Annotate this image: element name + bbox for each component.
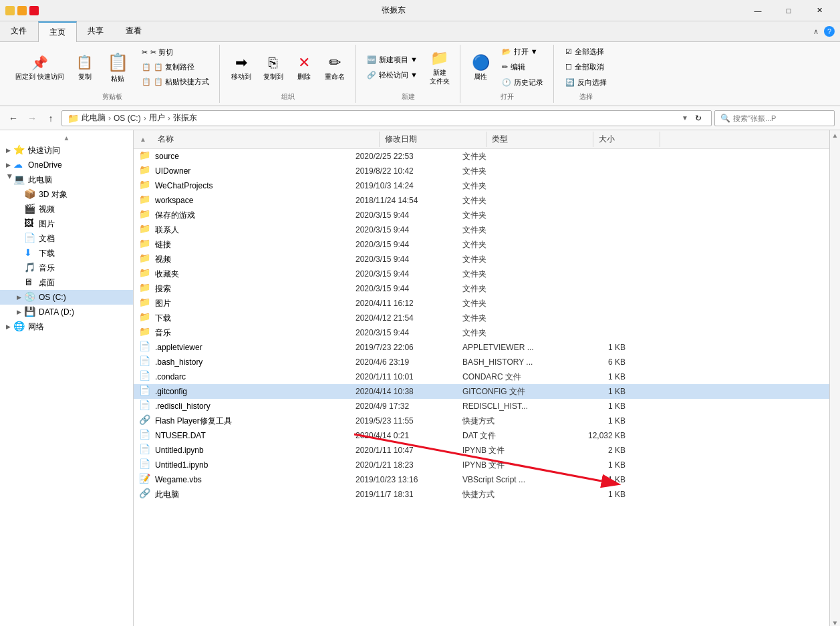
table-row[interactable]: 🔗此电脑2019/11/7 18:31快捷方式1 KB xyxy=(134,487,829,502)
sidebar-item-desktop[interactable]: 🖥 桌面 xyxy=(0,275,133,290)
maximize-button[interactable]: □ xyxy=(773,0,804,21)
copy-path-button[interactable]: 📋 📋 复制路径 xyxy=(137,60,214,74)
path-segment-1[interactable]: OS (C:) xyxy=(114,114,141,123)
sidebar-item-pictures[interactable]: 🖼 图片 xyxy=(0,216,133,231)
copy-to-button[interactable]: ⎘ 复制到 xyxy=(259,50,288,85)
move-to-button[interactable]: ➡ 移动到 xyxy=(227,50,256,85)
table-row[interactable]: 📝Wegame.vbs2019/10/23 13:16VBScript Scri… xyxy=(134,472,829,487)
rename-button[interactable]: ✏ 重命名 xyxy=(320,50,349,85)
table-row[interactable]: 📁视频2020/3/15 9:44文件夹 xyxy=(134,252,829,267)
search-input[interactable] xyxy=(733,114,829,122)
clear-all-button[interactable]: ☐ 全部取消 xyxy=(561,60,611,74)
address-path[interactable]: 📁 此电脑 › OS (C:) › 用户 › 张振东 ▼ ↻ xyxy=(61,110,712,126)
sidebar-item-thispc[interactable]: ▶ 💻 此电脑 xyxy=(0,172,133,187)
table-row[interactable]: 📁保存的游戏2020/3/15 9:44文件夹 xyxy=(134,208,829,222)
sidebar-item-downloads[interactable]: ⬇ 下载 xyxy=(0,246,133,261)
col-header-date[interactable]: 修改日期 xyxy=(380,132,486,147)
up-button[interactable]: ↑ xyxy=(43,110,59,126)
close-button[interactable]: ✕ xyxy=(804,0,835,21)
back-button[interactable]: ← xyxy=(5,110,21,126)
tab-share[interactable]: 共享 xyxy=(77,21,115,41)
table-row[interactable]: 📄.bash_history2020/4/6 23:19BASH_HISTORY… xyxy=(134,355,829,369)
ribbon-collapse-btn[interactable]: ∧ xyxy=(813,27,819,36)
easy-access-button[interactable]: 🔗 轻松访问 ▼ xyxy=(362,68,422,82)
table-row[interactable]: 📁图片2020/4/11 16:12文件夹 xyxy=(134,296,829,311)
col-header-name[interactable]: 名称 xyxy=(152,132,380,147)
documents-icon: 📄 xyxy=(24,232,36,245)
table-row[interactable]: 📁链接2020/3/15 9:44文件夹 xyxy=(134,237,829,252)
file-date: 2020/4/11 16:12 xyxy=(356,299,462,308)
sidebar-item-videos[interactable]: 🎬 视频 xyxy=(0,202,133,216)
table-row[interactable]: 📁联系人2020/3/15 9:44文件夹 xyxy=(134,222,829,237)
table-row[interactable]: 📄Untitled1.ipynb2020/1/21 18:23IPYNB 文件1… xyxy=(134,458,829,472)
table-row[interactable]: 📄.gitconfig2020/4/14 10:38GITCONFIG 文件1 … xyxy=(134,384,829,399)
path-segment-0[interactable]: 此电脑 xyxy=(82,112,106,124)
table-row[interactable]: 📄NTUSER.DAT2020/4/14 0:21DAT 文件12,032 KB xyxy=(134,428,829,443)
table-row[interactable]: 📄.rediscli_history2020/4/9 17:32REDISCLI… xyxy=(134,399,829,414)
select-all-button[interactable]: ☑ 全部选择 xyxy=(561,45,611,59)
table-row[interactable]: 📁收藏夹2020/3/15 9:44文件夹 xyxy=(134,267,829,281)
refresh-button[interactable]: ↻ xyxy=(691,111,706,126)
col-header-type[interactable]: 类型 xyxy=(486,132,593,147)
move-icon: ➡ xyxy=(235,53,247,73)
paste-shortcut-button[interactable]: 📋 📋 粘贴快捷方式 xyxy=(137,75,214,89)
ribbon-tabs: 文件 主页 共享 查看 ∧ ? xyxy=(0,21,840,42)
new-item-button[interactable]: 🆕 新建项目 ▼ xyxy=(362,53,422,67)
table-row[interactable]: 📁搜索2020/3/15 9:44文件夹 xyxy=(134,281,829,296)
file-name: Flash Player修复工具 xyxy=(155,416,356,427)
sidebar-item-documents[interactable]: 📄 文档 xyxy=(0,231,133,246)
table-row[interactable]: 🔗Flash Player修复工具2019/5/23 11:55快捷方式1 KB xyxy=(134,414,829,428)
path-segment-2[interactable]: 用户 xyxy=(149,112,165,124)
open-btn[interactable]: 📂 打开 ▼ xyxy=(497,45,548,59)
tab-home[interactable]: 主页 xyxy=(38,21,77,42)
table-row[interactable]: 📁下载2020/4/12 21:54文件夹 xyxy=(134,311,829,325)
table-row[interactable]: 📄Untitled.ipynb2020/1/11 10:47IPYNB 文件2 … xyxy=(134,443,829,458)
sidebar-item-osdrive[interactable]: ▶ 💿 OS (C:) xyxy=(0,290,133,305)
sidebar-item-onedrive[interactable]: ▶ ☁ OneDrive xyxy=(0,158,133,172)
table-row[interactable]: 📁UIDowner2019/8/22 10:42文件夹 xyxy=(134,164,829,178)
cut-button[interactable]: ✂ ✂ 剪切 xyxy=(137,45,214,59)
address-bar: ← → ↑ 📁 此电脑 › OS (C:) › 用户 › 张振东 ▼ ↻ 🔍 xyxy=(0,106,840,130)
file-name: WeChatProjects xyxy=(155,181,356,190)
file-date: 2019/11/7 18:31 xyxy=(356,490,462,499)
sidebar-item-music[interactable]: 🎵 音乐 xyxy=(0,261,133,275)
sidebar-item-3dobjects[interactable]: 📦 3D 对象 xyxy=(0,187,133,202)
scroll-up-indicator: ▲ xyxy=(0,133,133,143)
edit-button[interactable]: ✏ 编辑 xyxy=(497,60,548,74)
table-row[interactable]: 📁WeChatProjects2019/10/3 14:24文件夹 xyxy=(134,178,829,193)
file-size: 12,032 KB xyxy=(569,431,636,440)
delete-icon: ✕ xyxy=(298,53,310,73)
forward-button[interactable]: → xyxy=(24,110,40,126)
col-header-size[interactable]: 大小 xyxy=(593,132,660,147)
table-row[interactable]: 📄.appletviewer2019/7/23 22:06APPLETVIEWE… xyxy=(134,340,829,355)
search-box[interactable]: 🔍 xyxy=(714,110,835,126)
table-row[interactable]: 📁workspace2018/11/24 14:54文件夹 xyxy=(134,193,829,208)
path-segment-3[interactable]: 张振东 xyxy=(173,112,197,124)
invert-selection-button[interactable]: 🔄 反向选择 xyxy=(561,75,611,90)
table-row[interactable]: 📄.condarc2020/1/11 10:01CONDARC 文件1 KB xyxy=(134,369,829,384)
tab-view[interactable]: 查看 xyxy=(115,21,153,41)
paste-button[interactable]: 📋 粘贴 xyxy=(101,48,134,86)
pin-quickaccess-button[interactable]: 📌 固定到 快速访问 xyxy=(11,51,69,84)
copy-button[interactable]: 📋 复制 xyxy=(72,50,98,84)
file-icon: 📄 xyxy=(139,370,152,383)
tab-file[interactable]: 文件 xyxy=(0,21,38,41)
sidebar-item-datadrive[interactable]: ▶ 💾 DATA (D:) xyxy=(0,305,133,319)
table-row[interactable]: 📁音乐2020/3/15 9:44文件夹 xyxy=(134,325,829,340)
sidebar-item-quickaccess[interactable]: ▶ ⭐ 快速访问 xyxy=(0,143,133,158)
history-button[interactable]: 🕐 历史记录 xyxy=(497,75,548,90)
file-type: IPYNB 文件 xyxy=(462,460,569,471)
properties-button[interactable]: 🔵 属性 xyxy=(467,50,495,85)
delete-button[interactable]: ✕ 删除 xyxy=(291,50,317,85)
new-folder-button[interactable]: 📁 新建文件夹 xyxy=(425,45,454,89)
path-dropdown-icon[interactable]: ▼ xyxy=(682,114,688,122)
ribbon-help-btn[interactable]: ? xyxy=(824,26,835,37)
file-name: .condarc xyxy=(155,372,356,381)
file-icon: 📁 xyxy=(139,208,152,222)
sidebar-item-network[interactable]: ▶ 🌐 网络 xyxy=(0,319,133,334)
right-scrollbar[interactable]: ▲ ▼ xyxy=(829,130,840,626)
table-row[interactable]: 📁source2020/2/25 22:53文件夹 xyxy=(134,149,829,164)
edit-icon: ✏ xyxy=(502,63,508,71)
window-title: 张振东 xyxy=(44,5,742,16)
minimize-button[interactable]: — xyxy=(742,0,773,21)
